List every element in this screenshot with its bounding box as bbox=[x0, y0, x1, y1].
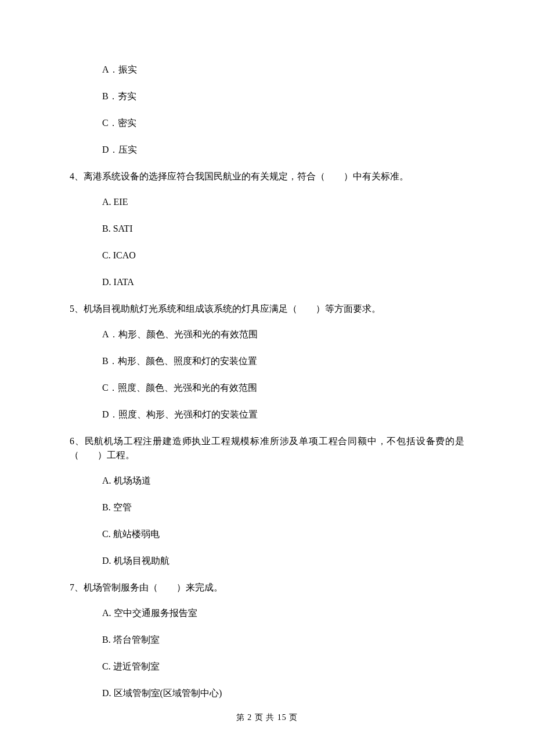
page-footer: 第 2 页 共 15 页 bbox=[0, 711, 534, 723]
question-block: 5、机场目视助航灯光系统和组成该系统的灯具应满足（ ）等方面要求。 A．构形、颜… bbox=[70, 302, 464, 422]
question-block: 7、机场管制服务由（ ）来完成。 A. 空中交通服务报告室 B. 塔台管制室 C… bbox=[70, 581, 464, 700]
option-item: B. SATI bbox=[102, 222, 464, 236]
option-list: A. 机场场道 B. 空管 C. 航站楼弱电 D. 机场目视助航 bbox=[70, 474, 464, 568]
question-stem: 6、民航机场工程注册建造师执业工程规模标准所涉及单项工程合同额中，不包括设备费的… bbox=[70, 434, 464, 462]
document-page: A．振实 B．夯实 C．密实 D．压实 4、离港系统设备的选择应符合我国民航业的… bbox=[0, 0, 534, 756]
option-item: C. 进近管制室 bbox=[102, 660, 464, 674]
option-item: D．照度、构形、光强和灯的安装位置 bbox=[102, 408, 464, 422]
option-item: B．夯实 bbox=[102, 89, 464, 103]
option-item: C．照度、颜色、光强和光的有效范围 bbox=[102, 381, 464, 395]
question-stem: 5、机场目视助航灯光系统和组成该系统的灯具应满足（ ）等方面要求。 bbox=[70, 302, 464, 316]
option-item: C. ICAO bbox=[102, 249, 464, 262]
option-list: A. 空中交通服务报告室 B. 塔台管制室 C. 进近管制室 D. 区域管制室(… bbox=[70, 606, 464, 700]
option-item: A. 机场场道 bbox=[102, 474, 464, 488]
option-item: D. 区域管制室(区域管制中心) bbox=[102, 686, 464, 700]
option-item: D．压实 bbox=[102, 143, 464, 157]
option-list: A．构形、颜色、光强和光的有效范围 B．构形、颜色、照度和灯的安装位置 C．照度… bbox=[70, 327, 464, 422]
option-item: A．振实 bbox=[102, 63, 464, 77]
option-item: B. 塔台管制室 bbox=[102, 633, 464, 647]
question-stem: 4、离港系统设备的选择应符合我国民航业的有关规定，符合（ ）中有关标准。 bbox=[70, 170, 464, 183]
option-item: A．构形、颜色、光强和光的有效范围 bbox=[102, 327, 464, 341]
option-item: C．密实 bbox=[102, 116, 464, 130]
question-stem: 7、机场管制服务由（ ）来完成。 bbox=[70, 581, 464, 595]
option-item: A. EIE bbox=[102, 195, 464, 209]
option-item: C. 航站楼弱电 bbox=[102, 527, 464, 541]
question-block: A．振实 B．夯实 C．密实 D．压实 bbox=[70, 63, 464, 157]
option-item: B．构形、颜色、照度和灯的安装位置 bbox=[102, 354, 464, 368]
option-item: A. 空中交通服务报告室 bbox=[102, 606, 464, 620]
option-item: D. 机场目视助航 bbox=[102, 554, 464, 568]
question-block: 6、民航机场工程注册建造师执业工程规模标准所涉及单项工程合同额中，不包括设备费的… bbox=[70, 434, 464, 568]
option-list: A．振实 B．夯实 C．密实 D．压实 bbox=[70, 63, 464, 157]
option-item: B. 空管 bbox=[102, 501, 464, 514]
question-block: 4、离港系统设备的选择应符合我国民航业的有关规定，符合（ ）中有关标准。 A. … bbox=[70, 170, 464, 289]
option-item: D. IATA bbox=[102, 275, 464, 289]
option-list: A. EIE B. SATI C. ICAO D. IATA bbox=[70, 195, 464, 289]
